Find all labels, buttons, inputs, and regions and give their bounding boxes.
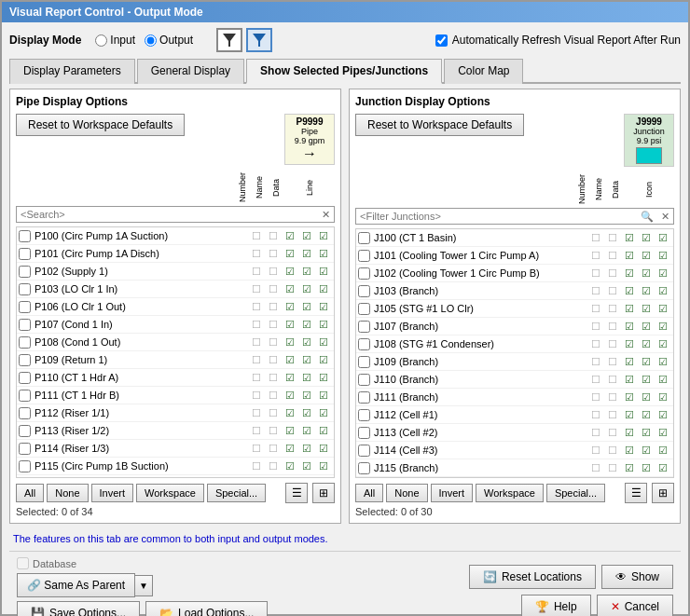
pipe-item-checkbox-7[interactable] (19, 354, 31, 366)
junction-item-checkbox-7[interactable] (358, 356, 370, 368)
junction-item-checkbox-8[interactable] (358, 374, 370, 386)
junction-search-row[interactable]: 🔍 ✕ (355, 208, 674, 225)
junction-search-clear[interactable]: ✕ (657, 211, 673, 223)
tab-show-selected[interactable]: Show Selected Pipes/Junctions (246, 59, 442, 84)
pipe-item-checkbox-5[interactable] (19, 319, 31, 331)
junction-list-item[interactable]: J107 (Branch)☐☐☑☑☑ (356, 318, 673, 335)
pipe-workspace-btn[interactable]: Workspace (136, 484, 204, 502)
junction-none-btn[interactable]: None (386, 484, 427, 502)
pipe-list-item[interactable]: P113 (Riser 1/2)☐☐☑☑☑ (17, 422, 334, 440)
pipe-invert-btn[interactable]: Invert (91, 484, 134, 502)
pipe-list-item[interactable]: P106 (LO Clr 1 Out)☐☐☑☑☑ (17, 298, 334, 316)
output-radio[interactable] (145, 34, 157, 47)
junction-list-item[interactable]: J110 (Branch)☐☐☑☑☑ (356, 371, 673, 389)
pipe-item-checkbox-12[interactable] (19, 443, 31, 455)
junction-workspace-btn[interactable]: Workspace (476, 484, 544, 502)
pipe-item-checkbox-4[interactable] (19, 301, 31, 313)
help-btn[interactable]: 🏆 Help (521, 595, 591, 617)
junction-all-btn[interactable]: All (355, 484, 383, 502)
filter-btn-2[interactable] (246, 28, 272, 52)
junction-item-checkbox-1[interactable] (358, 250, 370, 262)
junction-list-item[interactable]: J115 (Branch)☐☐☑☑☑ (356, 459, 673, 477)
pipe-item-checkbox-6[interactable] (19, 336, 31, 349)
pipe-search-clear[interactable]: ✕ (318, 209, 334, 221)
junction-item-checkbox-10[interactable] (358, 409, 370, 421)
pipe-list-item[interactable]: P109 (Return 1)☐☐☑☑☑ (17, 351, 334, 369)
junction-list-item[interactable]: J105 (STG #1 LO Clr)☐☐☑☑☑ (356, 300, 673, 318)
pipe-list-item[interactable]: P111 (CT 1 Hdr B)☐☐☑☑☑ (17, 387, 334, 404)
pipe-item-checkbox-11[interactable] (19, 425, 31, 437)
pipe-grid-btn-2[interactable]: ⊞ (312, 483, 335, 503)
junction-grid-btn-2[interactable]: ⊞ (652, 483, 674, 503)
junction-invert-btn[interactable]: Invert (431, 484, 474, 502)
pipe-list-item[interactable]: P107 (Cond 1 In)☐☐☑☑☑ (17, 316, 334, 334)
junction-list-item[interactable]: J114 (Cell #3)☐☐☑☑☑ (356, 442, 673, 459)
pipe-item-checkbox-10[interactable] (19, 407, 31, 419)
junction-list[interactable]: J100 (CT 1 Basin)☐☐☑☑☑J101 (Cooling Towe… (355, 228, 674, 478)
reset-locations-btn[interactable]: 🔄 Reset Locations (469, 565, 596, 589)
junction-search-input[interactable] (356, 209, 637, 224)
pipe-item-checkbox-3[interactable] (19, 283, 31, 295)
same-as-parent-dropdown[interactable]: ▼ (135, 575, 153, 596)
tab-general-display[interactable]: General Display (137, 59, 244, 84)
pipe-reset-btn[interactable]: Reset to Workspace Defaults (16, 114, 185, 136)
pipe-all-btn[interactable]: All (16, 484, 44, 502)
junction-list-item[interactable]: J103 (Branch)☐☐☑☑☑ (356, 282, 673, 300)
database-checkbox[interactable] (17, 557, 29, 569)
junction-list-item[interactable]: J100 (CT 1 Basin)☐☐☑☑☑ (356, 229, 673, 247)
pipe-list-item[interactable]: P108 (Cond 1 Out)☐☐☑☑☑ (17, 334, 334, 351)
pipe-item-checkbox-2[interactable] (19, 266, 31, 278)
pipe-list[interactable]: P100 (Circ Pump 1A Suction)☐☐☑☑☑P101 (Ci… (16, 226, 335, 478)
input-radio-item[interactable]: Input (95, 34, 135, 47)
pipe-search-input[interactable] (17, 207, 318, 222)
pipe-item-checkbox-0[interactable] (19, 230, 31, 242)
junction-list-item[interactable]: J109 (Branch)☐☐☑☑☑ (356, 353, 673, 371)
pipe-special-btn[interactable]: Special... (207, 484, 266, 502)
pipe-list-item[interactable]: P112 (Riser 1/1)☐☐☑☑☑ (17, 404, 334, 422)
junction-special-btn[interactable]: Special... (546, 484, 605, 502)
junction-item-checkbox-4[interactable] (358, 303, 370, 315)
pipe-list-item[interactable]: P114 (Riser 1/3)☐☐☑☑☑ (17, 440, 334, 458)
pipe-list-item[interactable]: P102 (Supply 1)☐☐☑☑☑ (17, 263, 334, 281)
pipe-item-checkbox-9[interactable] (19, 390, 31, 402)
pipe-item-checkbox-8[interactable] (19, 372, 31, 384)
pipe-search-row[interactable]: ✕ (16, 206, 335, 223)
junction-item-checkbox-5[interactable] (358, 321, 370, 333)
junction-item-checkbox-6[interactable] (358, 338, 370, 350)
junction-list-item[interactable]: J111 (Branch)☐☐☑☑☑ (356, 389, 673, 406)
show-btn[interactable]: 👁 Show (601, 565, 673, 589)
tab-color-map[interactable]: Color Map (444, 59, 523, 84)
junction-item-checkbox-9[interactable] (358, 391, 370, 404)
pipe-grid-btn-1[interactable]: ☰ (285, 483, 308, 503)
junction-list-item[interactable]: J108 (STG #1 Condenser)☐☐☑☑☑ (356, 335, 673, 353)
filter-btn-1[interactable] (216, 28, 242, 52)
junction-item-checkbox-12[interactable] (358, 445, 370, 457)
output-radio-item[interactable]: Output (145, 34, 193, 47)
pipe-item-checkbox-13[interactable] (19, 460, 31, 472)
junction-item-checkbox-0[interactable] (358, 232, 370, 244)
cancel-btn[interactable]: ✕ Cancel (597, 595, 673, 617)
junction-list-item[interactable]: J113 (Cell #2)☐☐☑☑☑ (356, 424, 673, 442)
junction-item-checkbox-13[interactable] (358, 462, 370, 474)
junction-list-item[interactable]: J102 (Cooling Tower 1 Circ Pump B)☐☐☑☑☑ (356, 265, 673, 282)
junction-item-checkbox-11[interactable] (358, 427, 370, 439)
pipe-item-checkbox-1[interactable] (19, 248, 31, 260)
junction-list-item[interactable]: J101 (Cooling Tower 1 Circ Pump A)☐☐☑☑☑ (356, 247, 673, 265)
pipe-none-btn[interactable]: None (47, 484, 88, 502)
junction-list-item[interactable]: J112 (Cell #1)☐☐☑☑☑ (356, 406, 673, 424)
pipe-list-item[interactable]: P110 (CT 1 Hdr A)☐☐☑☑☑ (17, 369, 334, 387)
load-options-btn[interactable]: 📂 Load Options... (145, 601, 268, 616)
auto-refresh-checkbox[interactable] (435, 34, 448, 47)
junction-item-checkbox-3[interactable] (358, 285, 370, 297)
pipe-list-item[interactable]: P101 (Circ Pump 1A Disch)☐☐☑☑☑ (17, 245, 334, 263)
junction-reset-btn[interactable]: Reset to Workspace Defaults (355, 114, 524, 136)
input-radio[interactable] (95, 34, 107, 47)
save-options-btn[interactable]: 💾 Save Options... (17, 601, 140, 616)
pipe-list-item[interactable]: P103 (LO Clr 1 In)☐☐☑☑☑ (17, 281, 334, 298)
junction-item-checkbox-2[interactable] (358, 267, 370, 280)
pipe-list-item[interactable]: P100 (Circ Pump 1A Suction)☐☐☑☑☑ (17, 227, 334, 245)
same-as-parent-btn[interactable]: 🔗 Same As Parent (17, 573, 135, 597)
junction-grid-btn-1[interactable]: ☰ (625, 483, 647, 503)
pipe-list-item[interactable]: P115 (Circ Pump 1B Suction)☐☐☑☑☑ (17, 458, 334, 475)
tab-display-parameters[interactable]: Display Parameters (9, 59, 135, 84)
